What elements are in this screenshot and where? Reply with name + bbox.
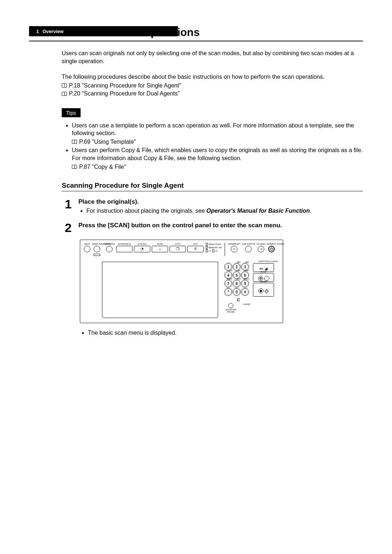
step-1: 1 Place the original(s). For instruction… <box>64 198 363 215</box>
book-icon <box>62 92 67 96</box>
reference-text: P.18 "Scanning Procedure for Single Agen… <box>69 82 181 90</box>
access-label: ACCESS <box>257 243 266 245</box>
stop-icon: ⊘ <box>258 276 263 281</box>
page-reference: P.18 "Scanning Procedure for Single Agen… <box>62 82 363 90</box>
interrupt-label: INTERRUPT <box>228 243 240 245</box>
monitor-pause-label: MONITOR/ PAUSE <box>225 309 236 313</box>
user-functions-label: USER FUNCTIONS <box>92 243 102 245</box>
help-label: HELP <box>84 243 90 245</box>
user-functions-button <box>94 246 100 252</box>
fax-icon: ✆ <box>194 247 197 251</box>
page-reference: P.20 "Scanning Procedure for Dual Agents… <box>62 90 363 98</box>
numeric-keypad: 12ABC3DEF4GHI5JKL6MNO7PQRS8TUV9WXYZ*0# <box>225 263 249 296</box>
book-icon <box>72 140 77 144</box>
copy-button: ❐ <box>170 246 186 252</box>
step-number: 1 <box>64 198 73 210</box>
reference-text: P.20 "Scanning Procedure for Dual Agents… <box>69 90 180 98</box>
step-2: 2 Press the [SCAN] button on the control… <box>64 221 363 234</box>
efiling-button: ◔ <box>134 246 150 252</box>
tip-text: Users can perform Copy & File, which ena… <box>72 147 363 161</box>
chapter-number: 1 <box>36 29 39 34</box>
status-leds: PRINT DATA MEMORY RX L1L2 <box>206 243 222 252</box>
extension-label: EXTENSION <box>118 243 131 245</box>
copy-icon: ❐ <box>176 247 179 251</box>
scan-label: SCAN <box>157 243 163 245</box>
keypad-key-0: 0 <box>233 288 240 296</box>
step-number: 2 <box>64 221 73 234</box>
extension-button <box>116 246 132 252</box>
keypad-key-8: 8TUV <box>233 280 240 287</box>
chapter-title: Overview <box>42 29 64 34</box>
book-icon <box>72 165 77 169</box>
start-icon: ◈ <box>258 288 264 293</box>
interrupt-button: ⤷ <box>231 246 237 252</box>
tip-item: Users can perform Copy & File, which ena… <box>72 146 363 171</box>
book-icon <box>62 83 67 87</box>
access-button: ⊸ <box>258 246 264 252</box>
control-panel-illustration: HELP USER FUNCTIONS TEMPLATE EXTENSION e… <box>80 240 283 323</box>
intro-paragraph-1: Users can scan originals not only by sel… <box>62 49 363 65</box>
scan-icon: ⌂ <box>159 247 161 251</box>
start-button: START◈◇ <box>253 283 274 297</box>
tip-item: Users can use a template to perform a sc… <box>72 122 363 146</box>
touch-screen <box>102 262 218 318</box>
tip-reference: P.87 "Copy & File" <box>79 163 126 171</box>
step-title: Place the original(s). <box>78 198 363 206</box>
fax-label: FAX <box>193 243 197 245</box>
template-label: TEMPLATE <box>103 243 115 245</box>
monitor-pause-button <box>228 303 233 308</box>
clear-key-c: C <box>235 297 242 302</box>
efiling-icon: ◔ <box>140 247 144 251</box>
section-heading: Scanning Procedure for Single Agent <box>62 182 363 191</box>
chapter-header: 1 Overview <box>29 26 178 36</box>
tips-label: Tips <box>62 108 81 117</box>
clear-label: CLEAR <box>243 303 250 305</box>
dial-icon <box>94 254 100 256</box>
tip-reference: P.69 "Using Template" <box>79 138 136 146</box>
job-status-label: JOB STATUS <box>242 243 255 245</box>
keypad-key-#: # <box>241 288 249 296</box>
tip-text: Users can use a template to perform a sc… <box>72 122 354 137</box>
function-clear-label: FUNCTION CLEAR <box>225 260 279 262</box>
job-status-button <box>245 246 252 252</box>
keypad-key-7: 7PQRS <box>225 280 232 287</box>
energy-saver-label: ENERGY SAVER <box>267 243 276 245</box>
fax-button: ✆ <box>187 246 204 252</box>
keypad-key-9: 9WXYZ <box>241 280 249 287</box>
tips-list: Users can use a template to perform a sc… <box>62 122 363 171</box>
page-reference-list: P.18 "Scanning Procedure for Single Agen… <box>62 82 363 98</box>
step-bullet: For instruction about placing the origin… <box>86 207 363 215</box>
step-result-text: The basic scan menu is displayed. <box>88 330 363 336</box>
energy-saver-button: ⏻ <box>268 246 275 252</box>
copy-label: COPY <box>175 243 181 245</box>
help-button <box>84 246 90 252</box>
intro-paragraph-2: The following procedures describe about … <box>62 73 363 81</box>
keypad-key-*: * <box>225 288 232 296</box>
template-button <box>106 246 113 252</box>
eraser-icon: ◢ <box>265 267 268 270</box>
step-title: Press the [SCAN] button on the control p… <box>78 221 363 229</box>
scan-button: ⌂ <box>152 246 168 252</box>
efiling-label: e-FILING <box>138 243 147 245</box>
